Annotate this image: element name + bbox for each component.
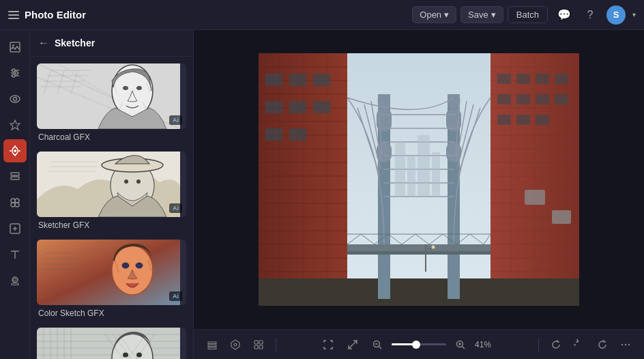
ai-badge-sketcher: Ai [169, 203, 182, 213]
svg-rect-213 [254, 341, 258, 344]
batch-button[interactable]: Batch [508, 6, 548, 23]
svg-rect-157 [555, 94, 568, 104]
svg-point-1 [12, 44, 14, 46]
svg-marker-10 [10, 120, 20, 130]
sidebar-item-ai-effects[interactable] [3, 139, 27, 162]
effect-card-color-sketch[interactable]: Ai Color Sketch GFX [37, 240, 186, 318]
grid-toolbar-button[interactable] [248, 334, 269, 355]
svg-marker-211 [231, 340, 239, 349]
effect-thumb-cross-hatch: Ai [37, 328, 186, 359]
panel-content: Ai Charcoal GFX [30, 57, 193, 359]
chat-icon[interactable]: 💬 [555, 5, 574, 25]
svg-rect-205 [407, 156, 415, 197]
svg-rect-17 [11, 177, 19, 180]
svg-point-212 [234, 343, 237, 346]
effect-label-sketcher: Sketcher GFX [37, 220, 186, 230]
svg-line-218 [349, 345, 353, 349]
help-icon[interactable]: ? [581, 5, 600, 25]
svg-rect-142 [265, 74, 282, 86]
svg-line-217 [353, 341, 357, 345]
layers-toolbar-button[interactable] [202, 334, 222, 355]
adjust-toolbar-button[interactable] [225, 334, 246, 355]
effect-card-cross-hatch[interactable]: Ai Cross Hatch GFX [37, 328, 186, 359]
svg-rect-207 [432, 152, 440, 197]
svg-rect-165 [378, 94, 390, 108]
more-options-button[interactable] [615, 334, 636, 355]
svg-rect-159 [516, 115, 530, 125]
sidebar-item-adjustments[interactable] [3, 61, 27, 85]
effect-card-sketcher[interactable]: Ai Sketcher GFX [37, 152, 186, 230]
side-panel: ← Sketcher [30, 30, 194, 359]
app-title: Photo Editor [25, 9, 86, 20]
svg-point-19 [15, 203, 19, 207]
effect-card-charcoal[interactable]: Ai Charcoal GFX [37, 63, 186, 142]
zoom-out-button[interactable] [367, 334, 387, 355]
sidebar-item-stamp[interactable] [3, 269, 27, 292]
main-area: ← Sketcher [0, 30, 644, 359]
sidebar-item-effects[interactable] [3, 113, 27, 137]
zoom-in-button[interactable] [450, 334, 471, 355]
undo-button[interactable] [569, 334, 589, 355]
svg-rect-145 [265, 101, 282, 113]
svg-point-51 [124, 180, 128, 184]
app-header: Photo Editor Open ▾ Save ▾ Batch 💬 ? S ▾ [0, 0, 644, 30]
back-button[interactable]: ← [38, 37, 49, 49]
zoom-slider[interactable] [392, 343, 446, 345]
svg-point-87 [136, 353, 142, 358]
ai-badge-color-sketch: Ai [169, 291, 182, 301]
sidebar-item-preview[interactable] [3, 87, 27, 111]
svg-point-226 [621, 343, 623, 345]
svg-rect-150 [497, 74, 511, 84]
svg-rect-206 [418, 135, 430, 197]
rotate-cw-button[interactable] [546, 334, 566, 355]
redo-button[interactable] [592, 334, 613, 355]
svg-point-228 [628, 343, 630, 345]
svg-rect-147 [313, 101, 330, 113]
account-chevron-icon[interactable]: ▾ [632, 11, 636, 18]
svg-rect-66 [37, 328, 180, 359]
svg-rect-29 [12, 283, 18, 285]
svg-rect-204 [395, 142, 405, 197]
svg-point-52 [136, 180, 141, 184]
svg-rect-208 [208, 342, 216, 344]
fit-button[interactable] [318, 334, 338, 355]
svg-rect-153 [555, 74, 568, 84]
svg-rect-214 [259, 341, 263, 344]
zoom-thumb[interactable] [412, 341, 420, 349]
svg-rect-149 [289, 128, 306, 141]
svg-rect-151 [516, 74, 530, 84]
svg-rect-216 [259, 345, 263, 349]
chevron-down-icon: ▾ [444, 10, 449, 20]
save-button[interactable]: Save ▾ [460, 6, 503, 23]
toolbar-left-group [202, 334, 269, 355]
svg-rect-209 [208, 345, 216, 347]
expand-button[interactable] [342, 334, 363, 355]
svg-point-59 [136, 263, 143, 268]
sidebar-item-text[interactable] [3, 243, 27, 266]
svg-rect-146 [289, 101, 306, 113]
toolbar-right-group [546, 334, 636, 355]
sidebar-item-layers[interactable] [3, 165, 27, 188]
header-left: Photo Editor [8, 9, 405, 20]
sidebar-item-image[interactable] [3, 35, 27, 59]
header-right: 💬 ? S ▾ [555, 5, 636, 25]
svg-rect-160 [536, 115, 549, 125]
svg-point-35 [123, 86, 128, 90]
effect-label-color-sketch: Color Sketch GFX [37, 308, 186, 318]
svg-rect-188 [347, 251, 491, 255]
avatar[interactable]: S [606, 5, 626, 25]
svg-point-58 [122, 263, 129, 268]
zoom-area: 41% [283, 334, 531, 355]
open-button[interactable]: Open ▾ [412, 6, 456, 23]
svg-point-7 [12, 74, 15, 77]
sidebar-item-objects[interactable] [3, 191, 27, 214]
menu-button[interactable] [8, 11, 19, 19]
canvas-viewport[interactable] [194, 30, 644, 329]
svg-rect-143 [289, 74, 306, 86]
ai-badge-charcoal: Ai [169, 115, 182, 125]
effect-label-charcoal: Charcoal GFX [37, 132, 186, 142]
zoom-fill [392, 343, 413, 345]
header-center: Open ▾ Save ▾ Batch [412, 6, 548, 23]
svg-line-221 [379, 346, 382, 349]
sidebar-item-export[interactable] [3, 217, 27, 240]
